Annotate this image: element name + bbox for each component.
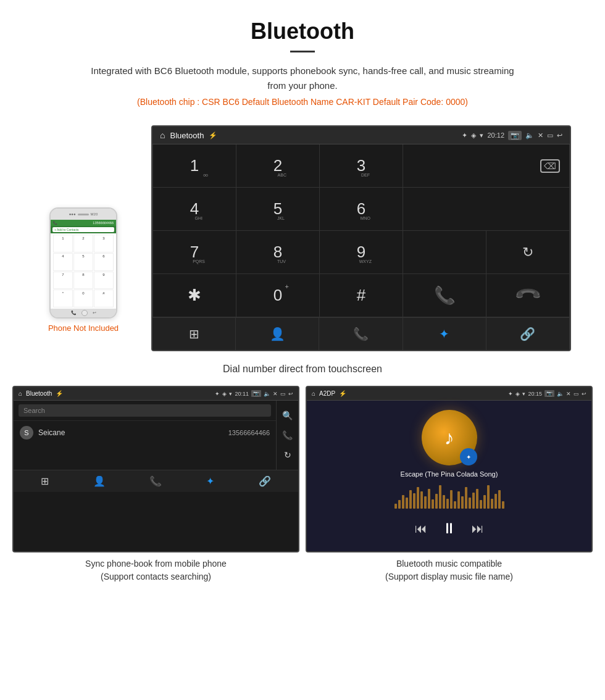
dial-key-9[interactable]: 9 WXYZ bbox=[320, 231, 403, 274]
contact-row[interactable]: S Seicane 13566664466 bbox=[14, 420, 276, 444]
location-icon: ◈ bbox=[471, 131, 476, 140]
bt-bottom-icon[interactable]: ✦ bbox=[206, 475, 214, 487]
dial-key-2[interactable]: 2 ABC bbox=[236, 144, 320, 188]
dial-call-red-button[interactable]: 📞 bbox=[486, 274, 570, 317]
phonebook-content: Search S Seicane 13566664466 🔍 📞 ↻ bbox=[14, 401, 298, 470]
car-screen-title: Bluetooth bbox=[170, 131, 204, 140]
music-note-icon: ♪ bbox=[444, 427, 454, 449]
vol-icon-music: 🔈 bbox=[557, 391, 564, 397]
keypad-icon[interactable]: ⊞ bbox=[152, 318, 236, 350]
link-icon[interactable]: 🔗 bbox=[486, 318, 570, 350]
music-caption: Bluetooth music compatible (Support disp… bbox=[306, 552, 593, 586]
bottom-panels: ⌂ Bluetooth ⚡ ✦ ◈ ▾ 20:11 📷 🔈 ✕ ▭ ↩ bbox=[0, 386, 605, 598]
close-icon: ✕ bbox=[538, 131, 543, 140]
contacts-icon[interactable]: 👤 bbox=[236, 318, 319, 350]
bluetooth-badge: ✦ bbox=[460, 448, 477, 465]
page-title: Bluetooth bbox=[12, 19, 593, 44]
dial-key-4[interactable]: 4 GHI bbox=[153, 188, 236, 231]
visualizer-bar bbox=[465, 487, 467, 509]
play-pause-icon[interactable]: ⏸ bbox=[442, 520, 457, 537]
phonebook-panel: ⌂ Bluetooth ⚡ ✦ ◈ ▾ 20:11 📷 🔈 ✕ ▭ ↩ bbox=[12, 386, 299, 586]
phonebook-header-right: ✦ ◈ ▾ 20:11 📷 🔈 ✕ ▭ ↩ bbox=[215, 390, 293, 397]
phone-icon[interactable]: 📞 bbox=[319, 318, 403, 350]
phone-key-1: 1 bbox=[53, 235, 73, 252]
search-bar[interactable]: Search bbox=[19, 404, 271, 417]
backspace-icon[interactable]: ⌫ bbox=[540, 159, 560, 173]
visualizer-bar bbox=[413, 493, 415, 509]
phone-key-8: 8 bbox=[73, 272, 93, 290]
music-panel: ⌂ A2DP ⚡ ✦ ◈ ▾ 20:15 📷 🔈 ✕ ▭ ↩ bbox=[306, 386, 593, 586]
phone-speaker bbox=[78, 214, 89, 215]
call-right-icon[interactable]: 📞 bbox=[282, 425, 293, 445]
user-bottom-icon[interactable]: 👤 bbox=[93, 475, 106, 487]
dial-key-0[interactable]: 0 + bbox=[236, 274, 320, 317]
page-header: Bluetooth Integrated with BC6 Bluetooth … bbox=[0, 0, 605, 125]
phone-bottom-bar: 📞 ↩ bbox=[51, 309, 116, 317]
dial-sync-button[interactable]: ↻ bbox=[486, 231, 570, 274]
contact-list: Search S Seicane 13566664466 bbox=[14, 401, 276, 470]
usb-icon-small: ⚡ bbox=[56, 390, 63, 397]
rewind-icon[interactable]: ⏮ bbox=[415, 522, 427, 536]
home-icon: ⌂ bbox=[160, 130, 165, 140]
bt-icon-music: ✦ bbox=[508, 391, 513, 397]
search-right-icon[interactable]: 🔍 bbox=[282, 406, 293, 425]
usb-icon: ⚡ bbox=[209, 131, 217, 140]
fast-forward-icon[interactable]: ⏭ bbox=[472, 522, 484, 536]
contact-number: 13566664466 bbox=[228, 429, 270, 436]
loc-icon-small: ◈ bbox=[222, 391, 227, 397]
dial-key-3[interactable]: 3 DEF bbox=[320, 144, 403, 188]
music-screen: ⌂ A2DP ⚡ ✦ ◈ ▾ 20:15 📷 🔈 ✕ ▭ ↩ bbox=[306, 386, 593, 552]
dial-key-hash[interactable]: # bbox=[320, 274, 403, 317]
phonebook-right-icons: 🔍 📞 ↻ bbox=[276, 401, 298, 470]
keypad-bottom-icon[interactable]: ⊞ bbox=[41, 475, 49, 487]
dial-pad: 1 oo 2 ABC 3 DEF ⌫ 4 GHI 5 JKL bbox=[152, 144, 570, 317]
loc-icon-music: ◈ bbox=[515, 391, 520, 397]
visualizer-bar bbox=[406, 498, 408, 509]
contact-name: Seicane bbox=[38, 428, 228, 437]
phone-bottom-icon[interactable]: 📞 bbox=[149, 475, 162, 487]
music-header-left: ⌂ A2DP ⚡ bbox=[312, 390, 346, 397]
dial-key-5[interactable]: 5 JKL bbox=[236, 188, 320, 231]
bluetooth-icon[interactable]: ✦ bbox=[403, 318, 486, 350]
visualizer-bar bbox=[424, 496, 427, 509]
dial-key-7[interactable]: 7 PQRS bbox=[153, 231, 236, 274]
phone-add-contact-label: + Add to Contacts bbox=[52, 227, 114, 232]
dial-display-area: ⌫ bbox=[403, 144, 570, 188]
visualizer-bar bbox=[483, 495, 486, 509]
visualizer-bar bbox=[409, 490, 412, 509]
phone-key-9: 9 bbox=[94, 272, 114, 290]
dial-key-star[interactable]: ✱ bbox=[153, 274, 236, 317]
search-placeholder: Search bbox=[23, 407, 45, 414]
visualizer-bar bbox=[487, 485, 490, 509]
phone-key-3: 3 bbox=[94, 235, 114, 252]
car-screen-header-left: ⌂ Bluetooth ⚡ bbox=[160, 130, 217, 140]
music-visualizer bbox=[394, 484, 504, 509]
dial-key-6[interactable]: 6 MNO bbox=[320, 188, 403, 231]
phone-mockup: ●●● M20 📞 13566664466 + Add to Contacts … bbox=[49, 207, 117, 319]
screen-icon-music: ▭ bbox=[574, 391, 579, 397]
phonebook-header-left: ⌂ Bluetooth ⚡ bbox=[19, 390, 63, 397]
visualizer-bar bbox=[472, 493, 475, 509]
phonebook-title: Bluetooth bbox=[26, 390, 52, 397]
bluetooth-status-icon: ✦ bbox=[462, 131, 467, 140]
sync-right-icon[interactable]: ↻ bbox=[284, 445, 291, 465]
phone-key-hash: # bbox=[94, 290, 114, 307]
phone-top-bar: ●●● M20 bbox=[51, 209, 116, 220]
call-red-icon: 📞 bbox=[513, 280, 543, 310]
dial-call-green-button[interactable]: 📞 bbox=[403, 274, 486, 317]
back-icon: ↩ bbox=[557, 131, 562, 140]
dial-empty-r3c4 bbox=[403, 231, 486, 274]
phone-not-included-label: Phone Not Included bbox=[48, 323, 119, 333]
phone-screen-header: 📞 13566664466 bbox=[51, 220, 116, 226]
phone-home-button bbox=[81, 310, 88, 316]
link-bottom-icon[interactable]: 🔗 bbox=[259, 475, 271, 487]
dial-key-8[interactable]: 8 TUV bbox=[236, 231, 320, 274]
visualizer-bar bbox=[432, 499, 434, 509]
dial-key-1[interactable]: 1 oo bbox=[153, 144, 236, 188]
visualizer-bar bbox=[461, 496, 464, 509]
car-screen-header-right: ✦ ◈ ▾ 20:12 📷 🔈 ✕ ▭ ↩ bbox=[462, 131, 562, 140]
album-art: ♪ ✦ bbox=[422, 410, 477, 465]
cam-icon-music: 📷 bbox=[544, 390, 554, 397]
visualizer-bar bbox=[439, 485, 441, 509]
visualizer-bar bbox=[394, 504, 397, 509]
